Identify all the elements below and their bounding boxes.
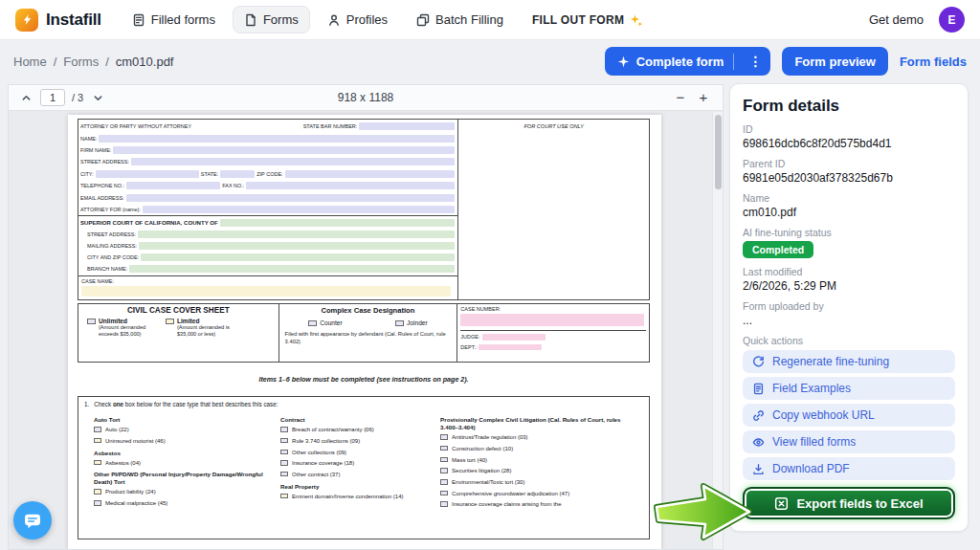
case-type-option[interactable]: Mass tort (40) (440, 457, 639, 464)
nav-profiles[interactable]: Profiles (316, 6, 399, 33)
pdf-field-court-street[interactable] (138, 231, 455, 238)
pdf-field-telephone[interactable] (126, 182, 220, 189)
scrollbar-thumb[interactable] (715, 115, 722, 189)
pdf-field-email[interactable] (126, 194, 456, 202)
pdf-checkbox[interactable] (440, 446, 448, 451)
joinder-option[interactable]: Joinder (395, 319, 428, 326)
page-select-dropdown[interactable] (90, 90, 105, 105)
unlimited-option[interactable]: Unlimited (Amount demanded exceeds $35,0… (87, 318, 156, 339)
pdf-checkbox[interactable] (280, 427, 288, 432)
pdf-checkbox-joinder[interactable] (395, 320, 404, 326)
get-demo-link[interactable]: Get demo (869, 12, 924, 27)
pdf-checkbox[interactable] (94, 489, 101, 495)
pdf-checkbox[interactable] (440, 434, 448, 440)
page-number-input[interactable]: 1 (40, 89, 65, 106)
counter-option[interactable]: Counter (308, 319, 342, 326)
user-avatar[interactable]: E (939, 7, 965, 33)
case-type-option[interactable]: Insurance coverage (18) (280, 460, 408, 467)
pdf-field-attorney-for[interactable] (143, 206, 455, 213)
case-type-option[interactable]: Eminent domain/Inverse condemnation (14) (280, 494, 408, 500)
complete-form-button[interactable]: Complete form ⋮ (605, 47, 771, 76)
brand[interactable]: Instafill (15, 9, 101, 32)
case-type-option[interactable]: Product liability (24) (94, 489, 280, 495)
case-type-option[interactable]: Asbestos (04) (94, 460, 280, 467)
complete-form-label: Complete form (636, 55, 724, 69)
case-type-option[interactable]: Uninsured motorist (46) (94, 438, 280, 445)
view-filled-forms-button[interactable]: View filled forms (743, 430, 955, 453)
nav-batch-filling[interactable]: Batch Filling (405, 6, 515, 33)
case-type-option[interactable]: Auto (22) (94, 427, 280, 433)
form-preview-button[interactable]: Form preview (782, 47, 888, 76)
limited-option[interactable]: Limited (Amount demanded is $35,000 or l… (166, 318, 234, 339)
breadcrumb-home[interactable]: Home (13, 55, 47, 69)
pdf-checkbox[interactable] (440, 468, 448, 473)
item1-number: 1. (84, 401, 89, 407)
pdf-checkbox[interactable] (280, 494, 288, 499)
pdf-field-zip[interactable] (285, 170, 456, 178)
pdf-checkbox[interactable] (280, 460, 288, 466)
zoom-in-button[interactable]: + (694, 88, 713, 107)
case-type-option[interactable]: Other collections (09) (280, 450, 408, 456)
pdf-checkbox-limited[interactable] (166, 319, 174, 324)
pdf-checkbox[interactable] (94, 500, 101, 506)
pdf-checkbox[interactable] (94, 427, 101, 432)
pdf-field-fax[interactable] (246, 182, 455, 189)
collapse-toolbar-button[interactable] (18, 90, 33, 105)
pdf-field-dept[interactable] (479, 344, 542, 351)
case-type-option[interactable]: Antitrust/Trade regulation (03) (440, 434, 639, 441)
pdf-field-judge[interactable] (482, 334, 546, 341)
breadcrumb-separator: / (105, 55, 109, 69)
field-examples-button[interactable]: Field Examples (743, 377, 955, 400)
nav-forms[interactable]: Forms (233, 6, 310, 33)
filed-note: Filed with first appearance by defendant… (282, 331, 455, 346)
pdf-field-court-mailing[interactable] (139, 242, 455, 250)
pdf-field-court-cityzip[interactable] (141, 253, 455, 261)
download-icon (752, 463, 765, 475)
case-type-option[interactable]: Construction defect (10) (440, 446, 639, 452)
pdf-checkbox-unlimited[interactable] (87, 319, 96, 324)
pdf-field-state-bar[interactable] (359, 122, 455, 130)
pdf-field-name[interactable] (99, 135, 455, 143)
pdf-field-county[interactable] (220, 219, 456, 227)
case-type-option[interactable]: Securities litigation (28) (440, 468, 639, 474)
case-type-option[interactable]: Comprehensive groundwater adjudication (… (440, 491, 639, 497)
pdf-field-court-branch[interactable] (129, 265, 455, 273)
copy-webhook-url-button[interactable]: Copy webhook URL (743, 404, 955, 427)
case-type-option[interactable]: Environmental/Toxic tort (30) (440, 479, 639, 486)
pdf-checkbox[interactable] (440, 457, 448, 463)
pdf-checkbox[interactable] (440, 479, 448, 485)
pdf-field-case-name[interactable] (81, 286, 451, 297)
form-fields-link[interactable]: Form fields (900, 55, 967, 69)
case-type-option[interactable]: Rule 3.740 collections (09) (280, 438, 408, 445)
panel-title: Form details (743, 97, 955, 116)
pdf-checkbox[interactable] (280, 438, 288, 444)
pdf-checkbox[interactable] (440, 501, 448, 507)
case-type-option[interactable]: Insurance coverage claims arising from t… (440, 501, 639, 508)
pdf-checkbox-counter[interactable] (308, 320, 317, 326)
zoom-out-button[interactable]: − (671, 88, 690, 107)
pdf-checkbox[interactable] (440, 491, 448, 496)
case-type-option[interactable]: Other contract (37) (280, 472, 408, 478)
nav-filled-forms[interactable]: Filled forms (121, 6, 227, 33)
name-value: cm010.pdf (743, 206, 955, 219)
pdf-checkbox[interactable] (280, 450, 288, 455)
complete-form-menu-button[interactable]: ⋮ (744, 54, 767, 69)
case-type-option[interactable]: Breach of contract/warranty (06) (280, 427, 408, 433)
breadcrumb-forms[interactable]: Forms (63, 55, 99, 69)
for-court-use-label: FOR COURT USE ONLY (523, 123, 583, 129)
pdf-field-case-number[interactable] (460, 314, 644, 326)
pdf-checkbox[interactable] (280, 472, 288, 477)
pdf-field-street-address[interactable] (131, 158, 455, 165)
pdf-field-city[interactable] (96, 170, 199, 178)
viewer-scrollbar[interactable] (712, 112, 723, 549)
pdf-checkbox[interactable] (94, 438, 101, 444)
chat-widget-button[interactable] (13, 501, 52, 539)
pdf-field-state[interactable] (220, 170, 255, 178)
export-fields-to-excel-button[interactable]: Export fields to Excel (743, 487, 955, 519)
regenerate-fine-tuning-button[interactable]: Regenerate fine-tuning (743, 350, 955, 373)
pdf-checkbox[interactable] (94, 460, 101, 466)
case-type-option[interactable]: Medical malpractice (45) (94, 500, 280, 507)
nav-fill-out-form[interactable]: FILL OUT FORM (521, 7, 655, 33)
pdf-field-firm-name[interactable] (113, 146, 455, 154)
download-pdf-button[interactable]: Download PDF (743, 457, 955, 480)
